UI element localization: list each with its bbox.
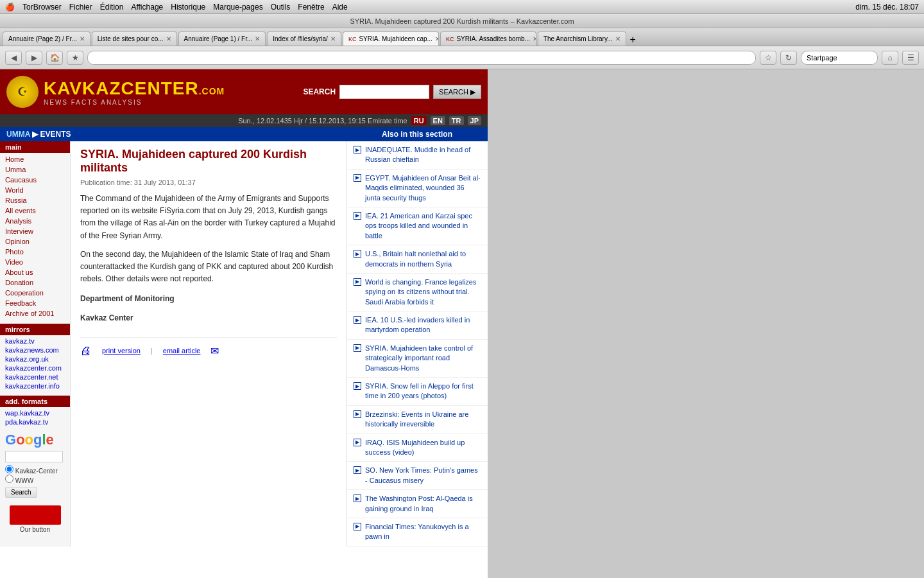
tab-close-5[interactable]: ✕ bbox=[533, 35, 536, 42]
arabic-symbol: ☪ bbox=[17, 85, 28, 99]
news-link-11[interactable]: The Washington Post: Al-Qaeda is gaining… bbox=[365, 494, 481, 514]
bookmark-star[interactable]: ☆ bbox=[760, 51, 776, 65]
news-link-3[interactable]: U.S., Britain halt nonlethal aid to demo… bbox=[365, 249, 481, 269]
news-link-5[interactable]: IEA. 10 U.S.-led invaders killed in mart… bbox=[365, 315, 481, 335]
menu-outils[interactable]: Outils bbox=[271, 3, 291, 12]
lang-en[interactable]: EN bbox=[431, 116, 445, 125]
mirror-4[interactable]: kavkazcenter.net bbox=[0, 372, 70, 381]
tab-2[interactable]: Annuaire (Page 1) / Fr... ✕ bbox=[178, 31, 266, 46]
menu-affichage[interactable]: Affichage bbox=[131, 3, 163, 12]
format-1[interactable]: pda.kavkaz.tv bbox=[0, 417, 70, 426]
print-version-link[interactable]: print version bbox=[102, 347, 141, 355]
apple-menu[interactable]: 🍎 bbox=[5, 3, 15, 12]
tab-5[interactable]: KC SYRIA. Assadites bomb... ✕ bbox=[440, 31, 536, 46]
settings-button[interactable]: ☰ bbox=[902, 51, 919, 65]
sidebar-item-archive[interactable]: Archive of 2001 bbox=[0, 308, 70, 319]
browser-search-input[interactable] bbox=[801, 51, 878, 65]
news-link-1[interactable]: EGYPT. Mujahideen of Ansar Beit al-Maqdi… bbox=[365, 173, 481, 203]
google-search-button[interactable]: Search bbox=[5, 487, 37, 498]
radio-www-input[interactable] bbox=[5, 475, 13, 483]
tab-close-0[interactable]: ✕ bbox=[80, 35, 85, 42]
news-item-9: ▶ IRAQ. ISIS Mujahideen build up success… bbox=[347, 434, 488, 462]
menu-fenetre[interactable]: Fenêtre bbox=[298, 3, 324, 12]
mirror-1[interactable]: kavkaznews.com bbox=[0, 346, 70, 355]
menu-marquepages[interactable]: Marque-pages bbox=[213, 3, 262, 12]
news-link-9[interactable]: IRAQ. ISIS Mujahideen build up success (… bbox=[365, 438, 481, 458]
refresh-button[interactable]: ↻ bbox=[780, 51, 797, 65]
news-arrow-6: ▶ bbox=[354, 344, 361, 352]
sidebar-item-video[interactable]: Video bbox=[0, 257, 70, 267]
sidebar-item-opinion[interactable]: Opinion bbox=[0, 236, 70, 247]
bookmarks-button[interactable]: ★ bbox=[67, 51, 83, 65]
sidebar-item-donation[interactable]: Donation bbox=[0, 277, 70, 288]
breadcrumb-umma[interactable]: UMMA bbox=[6, 130, 30, 139]
radio-kavkaz-input[interactable] bbox=[5, 465, 13, 473]
browser-title: SYRIA. Mujahideen captured 200 Kurdish m… bbox=[0, 14, 924, 28]
format-0[interactable]: wap.kavkaz.tv bbox=[0, 408, 70, 417]
tab-4[interactable]: KC SYRIA. Mujahideen cap... ✕ bbox=[343, 31, 439, 46]
logo-title: KAVKAZCENTER.COM bbox=[44, 78, 225, 99]
news-link-0[interactable]: INADEQUATE. Muddle in head of Russian ch… bbox=[365, 145, 481, 165]
mirror-5[interactable]: kavkazcenter.info bbox=[0, 381, 70, 390]
sidebar-item-photo[interactable]: Photo bbox=[0, 247, 70, 257]
site-search-button[interactable]: SEARCH ▶ bbox=[433, 85, 481, 99]
new-tab-button[interactable]: + bbox=[630, 34, 636, 46]
news-item-7: ▶ SYRIA. Snow fell in Aleppo for first t… bbox=[347, 378, 488, 406]
mirror-0[interactable]: kavkaz.tv bbox=[0, 337, 70, 346]
news-link-10[interactable]: SO. New York Times: Putin's games - Cauc… bbox=[365, 466, 481, 486]
home-button[interactable]: 🏠 bbox=[46, 51, 63, 65]
sidebar-item-analysis[interactable]: Analysis bbox=[0, 216, 70, 226]
menu-aide[interactable]: Aide bbox=[332, 3, 348, 12]
radio-kavkaz[interactable]: Kavkaz-Center bbox=[5, 468, 58, 475]
sidebar-item-cooperation[interactable]: Cooperation bbox=[0, 288, 70, 298]
email-article-link[interactable]: email article bbox=[163, 347, 201, 355]
news-arrow-9: ▶ bbox=[354, 439, 361, 446]
tab-1[interactable]: Liste de sites pour co... ✕ bbox=[92, 31, 177, 46]
home-nav-button[interactable]: ⌂ bbox=[882, 51, 898, 65]
lang-ru[interactable]: RU bbox=[411, 116, 427, 125]
sidebar-item-caucasus[interactable]: Caucasus bbox=[0, 175, 70, 185]
news-link-12[interactable]: Financial Times: Yanukovych is a pawn in bbox=[365, 522, 481, 542]
sidebar-item-interview[interactable]: Interview bbox=[0, 226, 70, 236]
lang-jp[interactable]: JP bbox=[468, 116, 481, 125]
menu-edition[interactable]: Édition bbox=[100, 3, 124, 12]
sidebar-item-about[interactable]: About us bbox=[0, 267, 70, 277]
sidebar-item-home[interactable]: Home bbox=[0, 154, 70, 164]
breadcrumb-arrow: ▶ bbox=[32, 130, 40, 139]
right-column: ▶ INADEQUATE. Muddle in head of Russian … bbox=[346, 141, 488, 547]
lang-tr[interactable]: TR bbox=[449, 116, 464, 125]
menu-fichier[interactable]: Fichier bbox=[69, 3, 92, 12]
tab-close-1[interactable]: ✕ bbox=[166, 35, 171, 42]
tab-3[interactable]: Index of /files/syria/ ✕ bbox=[267, 31, 341, 46]
tab-6[interactable]: The Anarchism Library... ✕ bbox=[538, 31, 626, 46]
mac-menus[interactable]: 🍎 TorBrowser Fichier Édition Affichage H… bbox=[5, 3, 348, 12]
sidebar-item-feedback[interactable]: Feedback bbox=[0, 298, 70, 308]
breadcrumb-events: EVENTS bbox=[40, 130, 71, 139]
tab-close-3[interactable]: ✕ bbox=[330, 35, 336, 42]
sidebar-item-umma[interactable]: Umma bbox=[0, 164, 70, 175]
sidebar-item-all-events[interactable]: All events bbox=[0, 206, 70, 216]
menu-torbrowser[interactable]: TorBrowser bbox=[22, 3, 62, 12]
tab-0[interactable]: Annuaire (Page 2) / Fr... ✕ bbox=[3, 31, 90, 46]
tab-close-2[interactable]: ✕ bbox=[255, 35, 260, 42]
sidebar-item-world[interactable]: World bbox=[0, 185, 70, 195]
site-search-input[interactable] bbox=[339, 85, 429, 99]
mirror-2[interactable]: kavkaz.org.uk bbox=[0, 355, 70, 363]
news-link-4[interactable]: World is changing. France legalizes spyi… bbox=[365, 277, 481, 307]
tab-close-6[interactable]: ✕ bbox=[615, 35, 620, 42]
menu-historique[interactable]: Historique bbox=[171, 3, 205, 12]
news-link-7[interactable]: SYRIA. Snow fell in Aleppo for first tim… bbox=[365, 381, 481, 401]
tabs-bar[interactable]: Annuaire (Page 2) / Fr... ✕ Liste de sit… bbox=[0, 28, 924, 46]
news-link-2[interactable]: IEA. 21 American and Karzai spec ops tro… bbox=[365, 211, 481, 241]
radio-www[interactable]: WWW bbox=[5, 477, 33, 484]
tab-close-4[interactable]: ✕ bbox=[435, 35, 439, 42]
right-panel-2 bbox=[706, 69, 924, 578]
mirror-3[interactable]: kavkazcenter.com bbox=[0, 363, 70, 372]
sidebar-item-russia[interactable]: Russia bbox=[0, 195, 70, 206]
news-link-6[interactable]: SYRIA. Mujahideen take control of strate… bbox=[365, 344, 481, 373]
back-button[interactable]: ◀ bbox=[5, 51, 22, 65]
google-search-input[interactable] bbox=[5, 451, 63, 462]
url-input[interactable] bbox=[87, 51, 756, 65]
news-link-8[interactable]: Brzezinski: Events in Ukraine are histor… bbox=[365, 410, 481, 430]
forward-button[interactable]: ▶ bbox=[26, 51, 42, 65]
